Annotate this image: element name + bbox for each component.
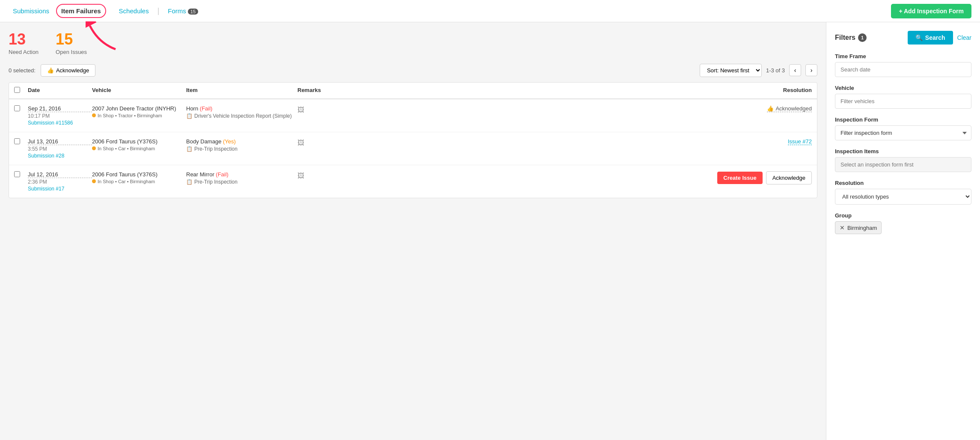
resolution-select[interactable]: All resolution types [835, 189, 971, 205]
header-actions: 🔍 Search Clear [908, 31, 971, 45]
group-filter: Group ✕ Birmingham [835, 212, 971, 234]
col-item: Item [186, 87, 297, 94]
inspection-items-filter: Inspection Items [835, 148, 971, 172]
image-icon: 🖼 [297, 139, 304, 147]
clear-link[interactable]: Clear [957, 34, 971, 41]
nav-divider-2: | [157, 6, 160, 15]
row-1-acknowledged: 👍 Acknowledged [767, 105, 812, 112]
row-1-submission-link[interactable]: Submission #11586 [28, 120, 92, 126]
row-1-resolution-cell: 👍 Acknowledged [340, 105, 812, 112]
table-row: Jul 13, 2016 3:55 PM Submission #28 2006… [9, 132, 817, 165]
open-issues-count: 15 [56, 31, 87, 48]
data-table: Date Vehicle Item Remarks Resolution Sep… [9, 82, 817, 198]
row-1-remarks-cell: 🖼 [297, 105, 340, 114]
group-tag-label: Birmingham [847, 225, 877, 231]
row-2-issue-link[interactable]: Issue #72 [788, 138, 812, 145]
time-frame-filter: Time Frame [835, 53, 971, 77]
group-tag-remove[interactable]: ✕ [840, 224, 845, 231]
sort-select[interactable]: Sort: Newest first [700, 64, 762, 77]
stats-row: 13 Need Action 15 Open Issues [9, 31, 817, 55]
row-3-submission-link[interactable]: Submission #17 [28, 186, 92, 192]
nav-submissions[interactable]: Submissions [9, 5, 53, 17]
table-header: Date Vehicle Item Remarks Resolution [9, 83, 817, 99]
group-label: Group [835, 212, 971, 219]
vehicle-label: Vehicle [835, 85, 971, 91]
bulk-acknowledge-button[interactable]: 👍 Acknowledge [41, 64, 95, 77]
filters-sidebar: Filters 1 🔍 Search Clear Time Frame Vehi… [826, 22, 980, 440]
clipboard-icon: 📋 [186, 146, 193, 152]
filter-vehicles-input[interactable] [835, 94, 971, 109]
row-2-time: 3:55 PM [28, 146, 92, 152]
row-2-remarks-cell: 🖼 [297, 138, 340, 147]
nav-forms[interactable]: Forms15 [163, 5, 202, 17]
row-1-date: Sep 21, 2016 [28, 105, 92, 112]
need-action-label: Need Action [9, 49, 39, 55]
search-icon: 🔍 [915, 34, 923, 41]
row-3-item-cell: Rear Mirror (Fail) 📋 Pre-Trip Inspection [186, 171, 297, 185]
row-3-remarks-cell: 🖼 [297, 171, 340, 180]
row-1-item-cell: Horn (Fail) 📋 Driver's Vehicle Inspectio… [186, 105, 297, 119]
open-issues-label: Open Issues [56, 49, 87, 55]
need-action-stat: 13 Need Action [9, 31, 39, 55]
search-button[interactable]: 🔍 Search [908, 31, 953, 45]
time-frame-label: Time Frame [835, 53, 971, 59]
status-dot [92, 179, 96, 183]
create-issue-button[interactable]: Create Issue [717, 172, 762, 184]
select-all-checkbox[interactable] [14, 87, 20, 93]
filters-badge: 1 [858, 33, 867, 42]
row-2-form: 📋 Pre-Trip Inspection [186, 146, 297, 152]
next-page-button[interactable]: › [805, 64, 817, 76]
row-3-checkbox[interactable] [14, 171, 20, 177]
search-date-input[interactable] [835, 62, 971, 77]
image-icon: 🖼 [297, 172, 304, 180]
row-3-date-cell: Jul 12, 2016 2:36 PM Submission #17 [28, 171, 92, 192]
need-action-count: 13 [9, 31, 39, 48]
selected-count: 0 selected: [9, 67, 36, 74]
row-2-checkbox[interactable] [14, 138, 20, 144]
row-2-resolution-cell: Issue #72 [340, 138, 812, 145]
row-1-form: 📋 Driver's Vehicle Inspection Report (Si… [186, 113, 297, 119]
row-2-item-cell: Body Damage (Yes) 📋 Pre-Trip Inspection [186, 138, 297, 152]
row-3-resolution-cell: Create Issue Acknowledge [340, 171, 812, 184]
status-dot [92, 113, 96, 117]
resolution-filter: Resolution All resolution types [835, 180, 971, 205]
col-remarks: Remarks [297, 87, 340, 94]
col-date: Date [28, 87, 92, 94]
group-tag: ✕ Birmingham [835, 221, 882, 234]
row-3-item-name: Rear Mirror (Fail) [186, 171, 297, 178]
clipboard-icon: 📋 [186, 179, 193, 185]
row-3-time: 2:36 PM [28, 179, 92, 185]
sidebar-header: Filters 1 🔍 Search Clear [835, 31, 971, 45]
top-navigation: Submissions Item Failures Schedules | Fo… [0, 0, 980, 22]
main-layout: 13 Need Action 15 Open Issues 0 selected… [0, 22, 980, 440]
row-1-time: 10:17 PM [28, 113, 92, 119]
inspection-form-label: Inspection Form [835, 116, 971, 123]
vehicle-filter: Vehicle [835, 85, 971, 109]
row-2-vehicle-tags: In Shop • Car • Birmingham [92, 146, 186, 151]
table-row: Jul 12, 2016 2:36 PM Submission #17 2006… [9, 165, 817, 198]
row-2-date-cell: Jul 13, 2016 3:55 PM Submission #28 [28, 138, 92, 159]
filters-title: Filters 1 [835, 33, 867, 42]
row-1-vehicle-tags: In Shop • Tractor • Birmingham [92, 113, 186, 118]
inspection-items-input [835, 157, 971, 172]
row-2-vehicle-cell: 2006 Ford Taurus (Y376S) In Shop • Car •… [92, 138, 186, 151]
row-1-vehicle-name: 2007 John Deere Tractor (INYHR) [92, 105, 186, 112]
row-1-checkbox[interactable] [14, 105, 20, 111]
row-2-item-name: Body Damage (Yes) [186, 138, 297, 145]
row-3-acknowledge-button[interactable]: Acknowledge [766, 171, 812, 184]
nav-item-failures[interactable]: Item Failures [56, 4, 106, 18]
row-3-vehicle-tags: In Shop • Car • Birmingham [92, 179, 186, 184]
inspection-items-label: Inspection Items [835, 148, 971, 155]
row-1-item-name: Horn (Fail) [186, 105, 297, 112]
prev-page-button[interactable]: ‹ [789, 64, 801, 76]
row-2-submission-link[interactable]: Submission #28 [28, 153, 92, 159]
sort-area: Sort: Newest first 1-3 of 3 ‹ › [700, 64, 817, 77]
add-inspection-form-button[interactable]: + Add Inspection Form [891, 4, 971, 18]
table-row: Sep 21, 2016 10:17 PM Submission #11586 … [9, 99, 817, 132]
nav-schedules[interactable]: Schedules [115, 5, 153, 17]
forms-badge: 15 [188, 9, 198, 15]
inspection-form-select[interactable]: Filter inspection form [835, 125, 971, 140]
row-2-date: Jul 13, 2016 [28, 138, 92, 145]
nav-links: Submissions Item Failures Schedules | Fo… [9, 4, 891, 18]
status-dot [92, 146, 96, 150]
